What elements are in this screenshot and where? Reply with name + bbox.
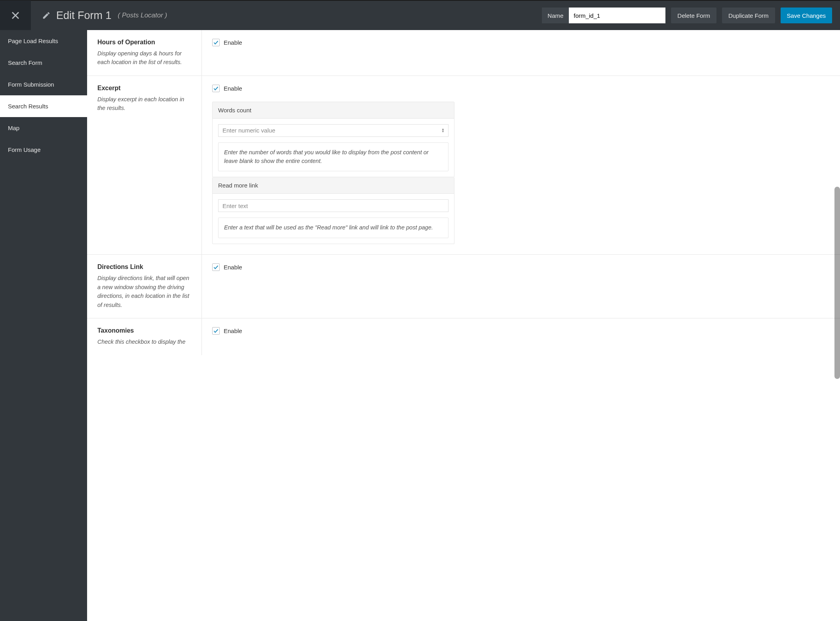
sidebar-item-search-form[interactable]: Search Form [0, 52, 87, 74]
content-area: Hours of Operation Display opening days … [87, 30, 840, 621]
save-changes-button[interactable]: Save Changes [781, 8, 832, 23]
panel-header: Read more link [213, 177, 454, 194]
enable-checkbox[interactable] [212, 85, 220, 92]
section-excerpt: Excerpt Display excerpt in each location… [87, 76, 840, 255]
sidebar-item-form-submission[interactable]: Form Submission [0, 74, 87, 95]
close-icon [11, 11, 20, 20]
duplicate-form-button[interactable]: Duplicate Form [722, 8, 775, 23]
section-hours-of-operation: Hours of Operation Display opening days … [87, 30, 840, 76]
caret-down-icon: ▼ [441, 131, 445, 133]
sidebar-item-page-load-results[interactable]: Page Load Results [0, 30, 87, 52]
enable-checkbox[interactable] [212, 327, 220, 335]
enable-label: Enable [224, 39, 242, 46]
sidebar-item-search-results[interactable]: Search Results [0, 95, 87, 117]
title-area: Edit Form 1 ( Posts Locator ) [31, 9, 167, 22]
section-description: Display excerpt in each location in the … [97, 95, 194, 113]
page-title: Edit Form 1 [56, 9, 112, 22]
scrollbar-thumb[interactable] [834, 187, 840, 379]
number-stepper[interactable]: ▲ ▼ [441, 128, 445, 133]
read-more-input[interactable] [218, 199, 449, 212]
check-icon [213, 328, 219, 334]
section-description: Display opening days & hours for each lo… [97, 49, 194, 67]
section-directions-link: Directions Link Display directions link,… [87, 255, 840, 318]
section-title: Directions Link [97, 263, 194, 271]
help-text: Enter a text that will be used as the "R… [218, 218, 449, 238]
sidebar-item-map[interactable]: Map [0, 117, 87, 139]
enable-label: Enable [224, 264, 242, 271]
check-icon [213, 85, 219, 91]
check-icon [213, 264, 219, 270]
enable-label: Enable [224, 328, 242, 334]
read-more-panel: Read more link Enter a text that will be… [212, 177, 454, 244]
help-text: Enter the number of words that you would… [218, 142, 449, 172]
enable-checkbox[interactable] [212, 263, 220, 271]
section-description: Check this checkbox to display the [97, 337, 194, 346]
enable-label: Enable [224, 85, 242, 92]
delete-form-button[interactable]: Delete Form [671, 8, 716, 23]
close-button[interactable] [0, 0, 31, 30]
sidebar-item-form-usage[interactable]: Form Usage [0, 139, 87, 161]
check-icon [213, 40, 219, 45]
sidebar: Page Load Results Search Form Form Submi… [0, 30, 87, 621]
words-count-input[interactable] [218, 124, 449, 137]
section-title: Excerpt [97, 85, 194, 92]
section-title: Taxonomies [97, 327, 194, 334]
panel-header: Words count [213, 102, 454, 119]
section-description: Display directions link, that will open … [97, 274, 194, 309]
name-label: Name [542, 12, 569, 19]
name-field-group: Name [542, 8, 665, 23]
words-count-panel: Words count ▲ ▼ Enter the number of word… [212, 102, 454, 178]
page-subtitle: ( Posts Locator ) [118, 11, 167, 19]
section-taxonomies: Taxonomies Check this checkbox to displa… [87, 318, 840, 355]
section-title: Hours of Operation [97, 39, 194, 46]
name-input[interactable] [569, 8, 665, 23]
enable-checkbox[interactable] [212, 39, 220, 46]
pencil-icon [42, 11, 51, 20]
